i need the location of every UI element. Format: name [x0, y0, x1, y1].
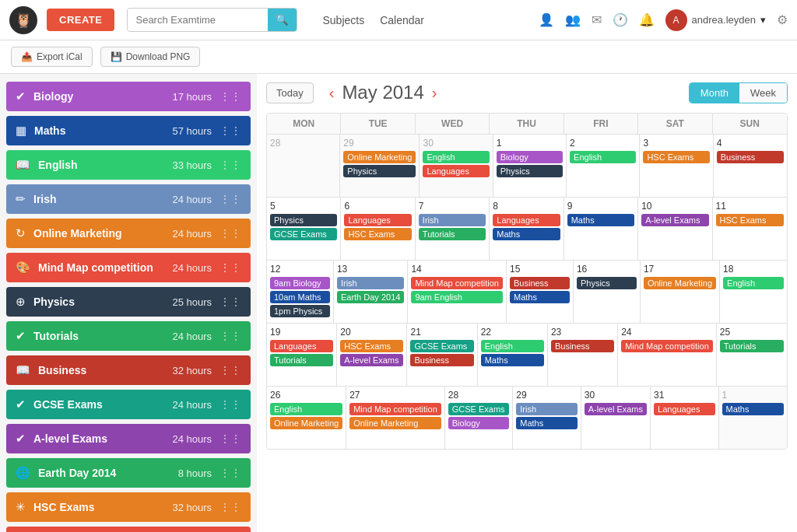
- week-view-button[interactable]: Week: [739, 83, 787, 103]
- profile-icon[interactable]: 👤: [539, 12, 554, 27]
- calendar-event[interactable]: Biology: [448, 417, 509, 429]
- calendar-event[interactable]: English: [270, 403, 342, 415]
- calendar-cell[interactable]: 5PhysicsGCSE Exams: [267, 198, 341, 260]
- calendar-cell[interactable]: 30EnglishLanguages: [420, 135, 493, 197]
- calendar-cell[interactable]: 10A-level Exams: [638, 198, 712, 260]
- calendar-event[interactable]: Tutorials: [720, 340, 784, 352]
- calendar-cell[interactable]: 15BusinessMaths: [507, 261, 574, 323]
- calendar-event[interactable]: Languages: [344, 214, 411, 226]
- month-view-button[interactable]: Month: [690, 83, 739, 103]
- calendar-event[interactable]: Physics: [497, 165, 563, 177]
- calendar-event[interactable]: GCSE Exams: [410, 340, 473, 352]
- calendar-cell[interactable]: 2English: [567, 135, 640, 197]
- mail-icon[interactable]: ✉: [592, 12, 602, 27]
- calendar-event[interactable]: Irish: [516, 403, 577, 415]
- calendar-event[interactable]: Maths: [516, 417, 577, 429]
- create-button[interactable]: CREATE: [47, 9, 114, 31]
- calendar-cell[interactable]: 29IrishMaths: [513, 387, 581, 449]
- calendar-event[interactable]: HSC Exams: [716, 214, 784, 226]
- calendar-event[interactable]: Maths: [567, 214, 634, 226]
- calendar-event[interactable]: Physics: [270, 214, 337, 226]
- calendar-event[interactable]: GCSE Exams: [270, 228, 337, 240]
- sidebar-item-biology[interactable]: ✔ Biology 17 hours ⋮⋮: [6, 82, 251, 111]
- calendar-event[interactable]: Maths: [493, 228, 560, 240]
- calendar-cell[interactable]: 21GCSE ExamsBusiness: [407, 324, 477, 386]
- calendar-event[interactable]: Physics: [343, 165, 416, 177]
- calendar-event[interactable]: Languages: [493, 214, 560, 226]
- calendar-cell[interactable]: 16Physics: [574, 261, 641, 323]
- calendar-event[interactable]: Earth Day 2014: [337, 291, 404, 303]
- next-month-button[interactable]: ›: [432, 84, 437, 102]
- calendar-event[interactable]: English: [423, 151, 489, 163]
- sidebar-item-maths[interactable]: ▦ Maths 57 hours ⋮⋮: [6, 116, 251, 145]
- clock-icon[interactable]: 🕐: [613, 12, 628, 27]
- calendar-event[interactable]: 9am Biology: [270, 277, 330, 289]
- calendar-cell[interactable]: 23Business: [548, 324, 618, 386]
- calendar-cell[interactable]: 1BiologyPhysics: [493, 135, 567, 197]
- calendar-event[interactable]: GCSE Exams: [448, 403, 509, 415]
- calendar-event[interactable]: Maths: [722, 403, 784, 415]
- calendar-event[interactable]: A-level Exams: [340, 354, 403, 366]
- calendar-cell[interactable]: 7IrishTutorials: [416, 198, 490, 260]
- search-input[interactable]: [128, 9, 268, 30]
- calendar-cell[interactable]: 3HSC Exams: [640, 135, 713, 197]
- prev-month-button[interactable]: ‹: [329, 84, 335, 102]
- calendar-cell[interactable]: 19LanguagesTutorials: [267, 324, 337, 386]
- bell-icon[interactable]: 🔔: [639, 12, 655, 27]
- calendar-cell[interactable]: 20HSC ExamsA-level Exams: [337, 324, 407, 386]
- sidebar-item-hsc-exams[interactable]: ✳ HSC Exams 32 hours ⋮⋮: [6, 492, 251, 522]
- calendar-event[interactable]: Online Marketing: [270, 417, 342, 429]
- sidebar-item-earth-day[interactable]: 🌐 Earth Day 2014 8 hours ⋮⋮: [6, 458, 251, 488]
- calendar-event[interactable]: Online Marketing: [343, 151, 416, 163]
- calendar-cell[interactable]: 4Business: [714, 135, 787, 197]
- calendar-cell[interactable]: 6LanguagesHSC Exams: [341, 198, 415, 260]
- export-ical-button[interactable]: 📤 Export iCal: [11, 47, 93, 67]
- calendar-event[interactable]: Physics: [577, 277, 637, 289]
- calendar-cell[interactable]: 1Maths: [719, 387, 787, 449]
- calendar-event[interactable]: Business: [551, 340, 614, 352]
- sidebar-item-physics[interactable]: ⊕ Physics 25 hours ⋮⋮: [6, 287, 251, 317]
- calendar-event[interactable]: Mind Map competition: [411, 277, 503, 289]
- group-icon[interactable]: 👥: [565, 12, 581, 27]
- sidebar-item-gcse-exams[interactable]: ✔ GCSE Exams 24 hours ⋮⋮: [6, 390, 251, 419]
- download-png-button[interactable]: 💾 Download PNG: [100, 47, 201, 67]
- calendar-event[interactable]: English: [570, 151, 636, 163]
- calendar-event[interactable]: HSC Exams: [344, 228, 411, 240]
- sidebar-item-a-level-exams[interactable]: ✔ A-level Exams 24 hours ⋮⋮: [6, 424, 251, 453]
- calendar-event[interactable]: Tutorials: [419, 228, 486, 240]
- sidebar-item-business[interactable]: 📖 Business 32 hours ⋮⋮: [6, 355, 251, 385]
- calendar-cell[interactable]: 9Maths: [564, 198, 638, 260]
- calendar-event[interactable]: Online Marketing: [349, 417, 441, 429]
- sidebar-item-mind-map[interactable]: 🎨 Mind Map competition 24 hours ⋮⋮: [6, 253, 251, 282]
- calendar-event[interactable]: Tutorials: [270, 354, 333, 366]
- calendar-event[interactable]: Business: [510, 277, 570, 289]
- calendar-cell[interactable]: 129am Biology10am Maths1pm Physics: [267, 261, 334, 323]
- calendar-event[interactable]: 1pm Physics: [270, 305, 330, 317]
- calendar-cell[interactable]: 27Mind Map competitionOnline Marketing: [346, 387, 445, 449]
- sidebar-item-english[interactable]: 📖 English 33 hours ⋮⋮: [6, 150, 251, 180]
- calendar-cell[interactable]: 28: [267, 135, 340, 197]
- calendar-cell[interactable]: 25Tutorials: [717, 324, 787, 386]
- gear-icon[interactable]: ⚙: [777, 12, 788, 27]
- calendar-event[interactable]: A-level Exams: [585, 403, 647, 415]
- calendar-event[interactable]: Maths: [510, 291, 570, 303]
- calendar-cell[interactable]: 24Mind Map competition: [618, 324, 717, 386]
- calendar-event[interactable]: Languages: [654, 403, 714, 415]
- calendar-event[interactable]: Online Marketing: [644, 277, 716, 289]
- calendar-cell[interactable]: 22EnglishMaths: [478, 324, 548, 386]
- calendar-cell[interactable]: 28GCSE ExamsBiology: [445, 387, 513, 449]
- calendar-event[interactable]: Maths: [481, 354, 544, 366]
- nav-calendar[interactable]: Calendar: [380, 14, 424, 26]
- calendar-event[interactable]: HSC Exams: [340, 340, 403, 352]
- calendar-cell[interactable]: 13IrishEarth Day 2014: [334, 261, 408, 323]
- user-area[interactable]: A andrea.leyden ▾: [665, 9, 766, 31]
- calendar-event[interactable]: Languages: [423, 165, 489, 177]
- calendar-event[interactable]: A-level Exams: [641, 214, 708, 226]
- calendar-cell[interactable]: 8LanguagesMaths: [490, 198, 564, 260]
- calendar-event[interactable]: 10am Maths: [270, 291, 330, 303]
- sidebar-item-tutorials[interactable]: ✔ Tutorials 24 hours ⋮⋮: [6, 321, 251, 351]
- calendar-cell[interactable]: 31Languages: [651, 387, 718, 449]
- calendar-event[interactable]: HSC Exams: [643, 151, 709, 163]
- today-button[interactable]: Today: [266, 82, 314, 103]
- calendar-event[interactable]: English: [481, 340, 544, 352]
